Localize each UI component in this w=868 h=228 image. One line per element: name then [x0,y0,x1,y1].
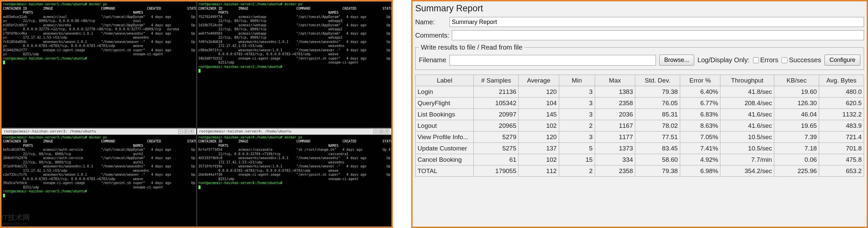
table-row[interactable]: List Bookings209971453203685.316.83%41.6… [415,109,864,120]
minimize-icon[interactable]: – [178,130,183,134]
table-row[interactable]: Update Customer52751375137383.457.41%10.… [415,143,864,154]
cell-samples: 21136 [474,86,519,97]
cell-throughput: 354.2/sec [720,165,774,177]
filename-input[interactable] [450,55,656,65]
cell-average: 137 [519,143,559,154]
terminal-1[interactable]: root@acmeair-haishan-server1:/home/ubunt… [1,1,196,128]
cell-label: View Profile Info... [415,132,474,143]
name-label: Name: [415,18,447,26]
cell-max: 2358 [595,97,635,109]
col-error[interactable]: Error % [680,75,720,86]
cell-kbsec: 0.06 [774,154,819,165]
maximize-icon[interactable]: □ [379,130,384,134]
cell-error: 4.92% [680,154,720,165]
successes-checkbox[interactable] [781,57,787,63]
table-row[interactable]: Login211361203138379.386.40%41.8/sec19.6… [415,86,864,97]
terminal-3[interactable]: root@acmeair-haishan-server3: /home/ubun… [1,128,196,227]
cell-error: 6.77% [680,97,720,109]
cell-avgbytes: 653.2 [819,165,864,177]
cell-max: 1167 [595,120,635,132]
terminal-4-body[interactable]: root@acmeair-haishan-server4:/home/ubunt… [197,135,392,190]
col-average[interactable]: Average [519,75,559,86]
summary-report-panel: Summary Report Name: Comments: Write res… [411,0,868,228]
filename-label: Filename [419,56,446,64]
table-row[interactable]: Logout209651022116778.028.63%41.6/sec19.… [415,120,864,132]
cell-min: 3 [559,132,595,143]
terminal-4[interactable]: root@acmeair-haishan-server4: /home/ubun… [197,128,392,227]
minimize-icon[interactable]: – [373,130,378,134]
cell-error: 6.98% [680,165,720,177]
configure-button[interactable]: Configure [825,55,860,65]
cell-max: 1177 [595,132,635,143]
terminal-grid: root@acmeair-haishan-server1:/home/ubunt… [0,0,393,228]
cell-min: 3 [559,86,595,97]
cell-avgbytes: 701.8 [819,143,864,154]
close-icon[interactable]: × [189,130,194,134]
cell-kbsec: 126.30 [774,97,819,109]
cell-error: 7.41% [680,143,720,154]
maximize-icon[interactable]: □ [184,130,188,134]
cell-stddev: 85.31 [635,109,680,120]
cell-kbsec: 46.04 [774,109,819,120]
cell-average: 112 [519,165,559,177]
comments-label: Comments: [415,32,449,39]
cell-stddev: 79.38 [635,165,680,177]
cell-label: Logout [415,120,474,132]
table-row[interactable]: TOTAL1790551122235879.386.98%354.2/sec22… [415,165,864,177]
cell-max: 2358 [595,165,635,177]
terminal-3-body[interactable]: root@acmeair-haishan-server3:/home/ubunt… [2,135,196,199]
terminal-1-body[interactable]: root@acmeair-haishan-server1:/home/ubunt… [2,2,196,65]
table-row[interactable]: Cancel Booking611021533458.604.92%7.7/mi… [415,154,864,165]
terminal-3-titlebar[interactable]: root@acmeair-haishan-server3: /home/ubun… [2,129,196,135]
close-icon[interactable]: × [384,130,389,134]
cell-kbsec: 19.60 [774,86,819,97]
name-input[interactable] [450,17,864,27]
cell-label: Update Customer [415,143,474,154]
cell-error: 6.40% [680,86,720,97]
errors-checkbox[interactable] [753,57,759,63]
cell-average: 120 [519,132,559,143]
col-kbsec[interactable]: KB/sec [774,75,819,86]
cell-avgbytes: 475.8 [819,154,864,165]
cell-average: 145 [519,109,559,120]
col-avgbytes[interactable]: Avg. Bytes [819,75,864,86]
cell-label: QueryFlight [415,97,474,109]
terminal-2[interactable]: root@acmeair-haishan-server2:/home/ubunt… [197,1,392,128]
table-row[interactable]: View Profile Info...52791203117777.517.0… [415,132,864,143]
cell-samples: 5275 [474,143,519,154]
cell-throughput: 10.5/sec [720,132,774,143]
cell-min: 3 [559,109,595,120]
col-stddev[interactable]: Std. Dev. [635,75,680,86]
cell-stddev: 76.05 [635,97,680,109]
cell-samples: 105342 [474,97,519,109]
cell-average: 102 [519,154,559,165]
terminal-4-titlebar[interactable]: root@acmeair-haishan-server4: /home/ubun… [197,129,392,135]
cell-throughput: 208.4/sec [720,97,774,109]
comments-input[interactable] [452,30,864,40]
col-min[interactable]: Min [559,75,595,86]
browse-button[interactable]: Browse... [659,55,694,65]
fieldset-legend: Write results to file / Read from file [419,44,524,51]
cell-avgbytes: 480.0 [819,86,864,97]
cell-error: 7.05% [680,132,720,143]
cell-kbsec: 225.96 [774,165,819,177]
cell-error: 6.83% [680,109,720,120]
cell-kbsec: 7.39 [774,132,819,143]
col-label[interactable]: Label [415,75,474,86]
cell-throughput: 41.8/sec [720,86,774,97]
col-throughput[interactable]: Throughput [720,75,774,86]
cell-throughput: 41.6/sec [720,120,774,132]
cell-throughput: 7.7/min [720,154,774,165]
successes-label: Successes [789,56,821,64]
cell-samples: 20965 [474,120,519,132]
cell-average: 120 [519,86,559,97]
cell-average: 102 [519,120,559,132]
cell-avgbytes: 620.5 [819,97,864,109]
col-max[interactable]: Max [595,75,635,86]
cell-stddev: 77.51 [635,132,680,143]
col-samples[interactable]: # Samples [474,75,519,86]
cell-min: 15 [559,154,595,165]
table-row[interactable]: QueryFlight1053421043235876.056.77%208.4… [415,97,864,109]
cell-min: 5 [559,143,595,154]
terminal-2-body[interactable]: root@acmeair-haishan-server2:/home/ubunt… [197,2,392,74]
